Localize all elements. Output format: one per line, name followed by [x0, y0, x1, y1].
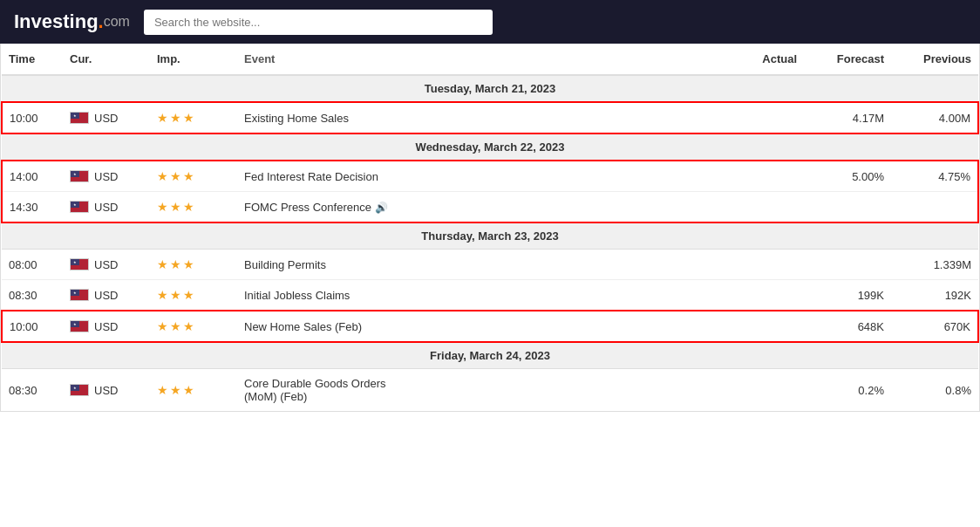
event-name: Building Permits: [237, 250, 734, 280]
table-row[interactable]: 08:00 USD ★★★ Building Permits 1.339M: [2, 250, 978, 280]
flag-icon: [70, 384, 89, 396]
logo-com: com: [104, 14, 130, 30]
table-row[interactable]: 14:30 USD ★★★ FOMC Press Conference🔊: [2, 192, 978, 223]
event-importance: ★★★: [150, 102, 237, 133]
currency-label: USD: [94, 384, 118, 397]
sound-icon[interactable]: 🔊: [375, 202, 388, 214]
star-icon: ★: [157, 288, 168, 302]
date-row: Wednesday, March 22, 2023: [2, 133, 978, 161]
flag-icon: [70, 170, 89, 182]
event-time: 08:30: [2, 280, 63, 311]
currency-label: USD: [94, 320, 118, 333]
star-icon: ★: [170, 288, 181, 302]
event-currency: USD: [63, 102, 150, 133]
header: Investing.com: [0, 0, 980, 44]
date-row: Thursday, March 23, 2023: [2, 222, 978, 250]
col-forecast: Forecast: [804, 44, 891, 75]
event-forecast: [804, 250, 891, 280]
event-time: 14:30: [2, 192, 63, 223]
event-forecast: 4.17M: [804, 102, 891, 133]
currency-label: USD: [94, 201, 118, 214]
table-row[interactable]: 10:00 USD ★★★ Existing Home Sales 4.17M …: [2, 102, 978, 133]
search-input[interactable]: [144, 10, 493, 35]
event-currency: USD: [63, 250, 150, 280]
star-icon: ★: [157, 200, 168, 214]
flag-icon: [70, 320, 89, 332]
event-name: Fed Interest Rate Decision: [237, 161, 734, 192]
date-cell: Friday, March 24, 2023: [2, 342, 978, 369]
event-importance: ★★★: [150, 369, 237, 412]
event-previous: [891, 192, 978, 223]
event-time: 14:00: [2, 161, 63, 192]
star-icon: ★: [170, 383, 181, 397]
event-name: Core Durable Goods Orders(MoM) (Feb): [237, 369, 734, 412]
star-icon: ★: [170, 111, 181, 125]
date-cell: Wednesday, March 22, 2023: [2, 133, 978, 161]
currency-label: USD: [94, 258, 118, 271]
date-row: Tuesday, March 21, 2023: [2, 75, 978, 102]
event-previous: 0.8%: [891, 369, 978, 412]
event-currency: USD: [63, 192, 150, 223]
star-icon: ★: [157, 319, 168, 333]
event-actual: [734, 369, 804, 412]
event-forecast: 648K: [804, 311, 891, 342]
date-cell: Thursday, March 23, 2023: [2, 222, 978, 250]
event-currency: USD: [63, 311, 150, 342]
star-icon: ★: [183, 111, 194, 125]
event-time: 08:30: [2, 369, 63, 412]
table-row[interactable]: 10:00 USD ★★★ New Home Sales (Feb) 648K …: [2, 311, 978, 342]
currency-label: USD: [94, 112, 118, 125]
event-importance: ★★★: [150, 280, 237, 311]
star-icon: ★: [183, 288, 194, 302]
event-previous: 1.339M: [891, 250, 978, 280]
col-event: Event: [237, 44, 734, 75]
table-row[interactable]: 14:00 USD ★★★ Fed Interest Rate Decision…: [2, 161, 978, 192]
event-actual: [734, 311, 804, 342]
star-icon: ★: [183, 383, 194, 397]
event-time: 10:00: [2, 102, 63, 133]
star-icon: ★: [170, 169, 181, 183]
event-time: 10:00: [2, 311, 63, 342]
table-header-row: Time Cur. Imp. Event Actual Forecast Pre…: [2, 44, 978, 75]
event-actual: [734, 161, 804, 192]
event-name: Existing Home Sales: [237, 102, 734, 133]
event-actual: [734, 250, 804, 280]
flag-icon: [70, 201, 89, 213]
star-icon: ★: [157, 169, 168, 183]
star-icon: ★: [170, 257, 181, 271]
event-previous: 192K: [891, 280, 978, 311]
event-forecast: 0.2%: [804, 369, 891, 412]
flag-icon: [70, 112, 89, 124]
star-icon: ★: [170, 319, 181, 333]
event-importance: ★★★: [150, 161, 237, 192]
event-previous: 4.75%: [891, 161, 978, 192]
date-row: Friday, March 24, 2023: [2, 342, 978, 369]
event-currency: USD: [63, 161, 150, 192]
event-forecast: [804, 192, 891, 223]
logo[interactable]: Investing.com: [14, 10, 130, 33]
event-time: 08:00: [2, 250, 63, 280]
event-importance: ★★★: [150, 250, 237, 280]
currency-label: USD: [94, 289, 118, 302]
event-forecast: 199K: [804, 280, 891, 311]
event-currency: USD: [63, 369, 150, 412]
star-icon: ★: [183, 169, 194, 183]
star-icon: ★: [183, 319, 194, 333]
table-row[interactable]: 08:30 USD ★★★ Core Durable Goods Orders(…: [2, 369, 978, 412]
table-row[interactable]: 08:30 USD ★★★ Initial Jobless Claims 199…: [2, 280, 978, 311]
event-actual: [734, 102, 804, 133]
economic-calendar-table: Time Cur. Imp. Event Actual Forecast Pre…: [0, 44, 980, 412]
col-previous: Previous: [891, 44, 978, 75]
event-currency: USD: [63, 280, 150, 311]
event-name: FOMC Press Conference🔊: [237, 192, 734, 223]
star-icon: ★: [157, 257, 168, 271]
event-name: New Home Sales (Feb): [237, 311, 734, 342]
col-imp: Imp.: [150, 44, 237, 75]
logo-investing: Investing: [14, 10, 99, 33]
star-icon: ★: [183, 200, 194, 214]
col-time: Time: [2, 44, 63, 75]
star-icon: ★: [157, 111, 168, 125]
event-previous: 670K: [891, 311, 978, 342]
col-cur: Cur.: [63, 44, 150, 75]
event-importance: ★★★: [150, 311, 237, 342]
